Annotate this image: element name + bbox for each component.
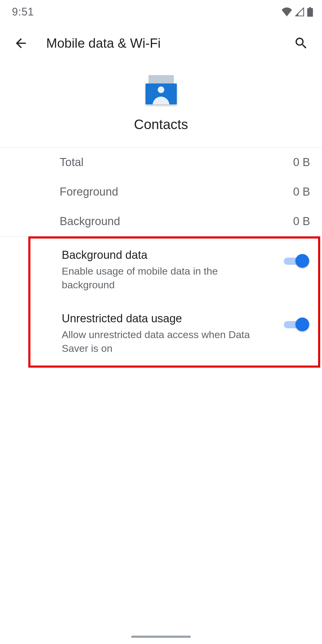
app-hero: Contacts: [0, 63, 322, 147]
highlight-annotation: Background data Enable usage of mobile d…: [28, 236, 320, 368]
usage-foreground-value: 0 B: [293, 185, 310, 198]
usage-background-label: Background: [60, 215, 293, 228]
back-button[interactable]: [12, 34, 30, 52]
search-icon: [294, 36, 309, 51]
usage-total-label: Total: [60, 156, 293, 169]
app-bar: Mobile data & Wi-Fi: [0, 24, 322, 63]
page-title: Mobile data & Wi-Fi: [46, 36, 292, 51]
status-icons: [281, 7, 313, 17]
status-time: 9:51: [12, 6, 34, 18]
status-bar: 9:51: [0, 0, 322, 24]
unrestricted-data-setting[interactable]: Unrestricted data usage Allow unrestrict…: [30, 302, 318, 366]
contacts-app-icon: [145, 75, 177, 106]
wifi-icon: [281, 7, 292, 16]
usage-foreground-row[interactable]: Foreground 0 B: [0, 177, 322, 207]
search-button[interactable]: [292, 34, 310, 52]
background-data-setting[interactable]: Background data Enable usage of mobile d…: [30, 239, 318, 302]
unrestricted-data-subtitle: Allow unrestricted data access when Data…: [62, 328, 270, 355]
unrestricted-data-switch[interactable]: [282, 315, 309, 333]
app-name: Contacts: [134, 116, 188, 132]
unrestricted-data-title: Unrestricted data usage: [62, 312, 270, 325]
usage-foreground-label: Foreground: [60, 185, 293, 198]
gesture-nav-bar[interactable]: [0, 629, 322, 644]
nav-handle: [131, 636, 191, 638]
usage-background-row[interactable]: Background 0 B: [0, 207, 322, 236]
usage-total-row[interactable]: Total 0 B: [0, 148, 322, 177]
usage-background-value: 0 B: [293, 215, 310, 228]
battery-icon: [307, 7, 313, 17]
background-data-subtitle: Enable usage of mobile data in the backg…: [62, 264, 270, 292]
usage-total-value: 0 B: [293, 156, 310, 169]
arrow-left-icon: [13, 36, 28, 51]
background-data-switch[interactable]: [282, 252, 309, 270]
background-data-title: Background data: [62, 249, 270, 261]
cellular-icon: [295, 7, 304, 16]
